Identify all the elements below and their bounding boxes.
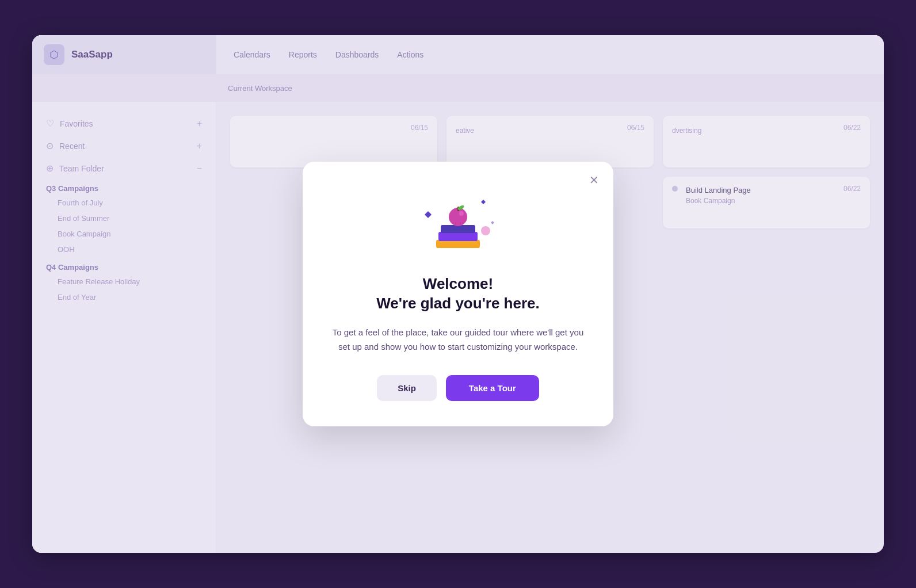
svg-marker-0 — [425, 211, 432, 218]
svg-marker-2 — [491, 221, 494, 224]
browser-frame: ⬡ SaaSapp Calendars Reports Dashboards A… — [32, 35, 884, 553]
books-illustration — [412, 189, 504, 258]
svg-point-3 — [481, 226, 490, 235]
svg-marker-1 — [481, 200, 486, 204]
svg-rect-4 — [436, 240, 480, 248]
skip-button[interactable]: Skip — [377, 375, 437, 401]
modal-title: Welcome! We're glad you're here. — [330, 274, 586, 314]
modal-illustration — [330, 189, 586, 258]
modal-actions: Skip Take a Tour — [330, 375, 586, 401]
svg-rect-5 — [438, 232, 478, 241]
take-tour-button[interactable]: Take a Tour — [446, 375, 539, 401]
modal-overlay: ✕ — [32, 35, 884, 553]
modal-description: To get a feel of the place, take our gui… — [330, 325, 586, 354]
svg-point-9 — [459, 211, 464, 216]
svg-rect-6 — [441, 225, 475, 233]
welcome-modal: ✕ — [303, 162, 613, 426]
close-button[interactable]: ✕ — [586, 172, 602, 188]
